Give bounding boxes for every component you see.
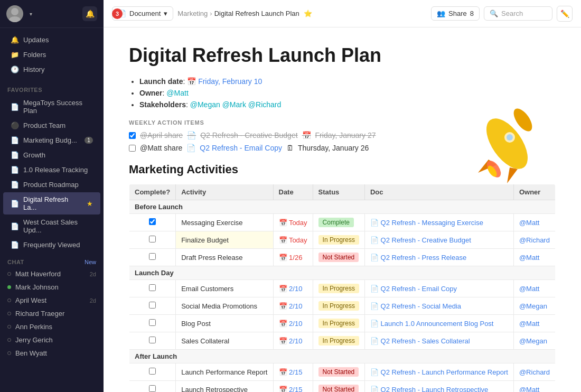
chat-user-april[interactable]: April West 2d [0, 294, 104, 307]
sidebar-item-folders[interactable]: 📁 Folders [3, 48, 100, 62]
action-item-1-checkbox[interactable] [129, 132, 136, 139]
doc-link[interactable]: 📄 Q2 Refresh - Press Release [370, 254, 466, 262]
offline-dot [7, 351, 11, 355]
offline-dot [7, 272, 11, 276]
edit-button[interactable]: ✏️ [557, 6, 573, 22]
sidebar-item-roadmap-label: Product Roadmap [23, 181, 79, 189]
owner-link[interactable]: @Matt [519, 320, 539, 328]
doc-icon: 📄 [11, 166, 19, 174]
notifications-bell[interactable]: 🔔 [82, 6, 97, 21]
sidebar-item-product-team-label: Product Team [23, 122, 65, 129]
sidebar-item-frequently-viewed[interactable]: 📄 Frequently Viewed [3, 238, 100, 252]
col-status: Status [313, 184, 364, 200]
ai2-doc-link[interactable]: Q2 Refresh - Email Copy [200, 144, 282, 152]
sidebar-item-updates[interactable]: 🔔 Updates [3, 33, 100, 47]
doc-link[interactable]: 📄 Q2 Refresh - Email Copy [370, 285, 457, 293]
ai2-part1: @Matt share [140, 144, 182, 152]
row-checkbox[interactable] [149, 253, 156, 260]
sidebar-item-marketing-budg[interactable]: 📄 Marketing Budg... 1 [3, 133, 100, 147]
doc-icon: 📄 [11, 200, 19, 208]
topbar-right: 👥 Share 8 🔍 Search ✏️ [431, 6, 573, 22]
search-box[interactable]: 🔍 Search [484, 6, 552, 21]
owner-value[interactable]: @Matt [166, 89, 188, 97]
doc-icon: 📄 [11, 181, 19, 189]
sidebar-item-west-coast[interactable]: 📄 West Coast Sales Upd... [3, 215, 100, 237]
sidebar-item-west-label: West Coast Sales Upd... [23, 218, 93, 234]
table-row: Email Customers 📅 2/10 In Progress 📄 Q2 … [129, 280, 556, 297]
date-cell: 📅 Today [279, 236, 307, 244]
chat-user-ann[interactable]: Ann Perkins [0, 320, 104, 333]
owner-link[interactable]: @Matt [519, 219, 539, 227]
table-row: Launch Retrospective 📅 2/15 Not Started … [129, 381, 556, 393]
chat-user-ben[interactable]: Ben Wyatt [0, 347, 104, 360]
action-item-2-checkbox[interactable] [129, 145, 136, 152]
topbar-left: 📄 Document ▾ Marketing › Digital Refresh… [112, 6, 312, 21]
chat-section: Chat New Matt Haverford 2d Mark Johnson … [0, 253, 104, 362]
table-row: Blog Post 📅 2/10 In Progress 📄 Launch 1.… [129, 315, 556, 332]
doc-link[interactable]: 📄 Launch 1.0 Announcement Blog Post [370, 320, 494, 328]
owner-link[interactable]: @Megan [519, 337, 547, 345]
chat-new-button[interactable]: New [85, 259, 96, 265]
status-badge: In Progress [318, 284, 359, 293]
launch-date-value[interactable]: Friday, February 10 [198, 77, 262, 86]
chat-user-jerry[interactable]: Jerry Gerich [0, 333, 104, 347]
owner-link[interactable]: @Matt [519, 285, 539, 293]
chat-user-richard[interactable]: Richard Traeger [0, 307, 104, 320]
date-cell: 📅 1/26 [279, 254, 303, 262]
doc-link[interactable]: 📄 Q2 Refresh - Social Media [370, 302, 461, 310]
col-date: Date [273, 184, 313, 200]
row-checkbox[interactable] [149, 236, 156, 242]
action-items-list: @April share 📄 Q2 Refresh - Creative Bud… [129, 131, 556, 152]
sidebar-item-product-team[interactable]: ⚫ Product Team [3, 118, 100, 133]
action-item-2: @Matt share 📄 Q2 Refresh - Email Copy 🗓 … [129, 144, 556, 152]
sidebar-item-megatoys[interactable]: 📄 MegaToys Success Plan [3, 96, 100, 118]
owner-link[interactable]: @Matt [519, 386, 539, 393]
share-button-label: Share [448, 10, 467, 17]
date-cell: 📅 2/10 [279, 320, 303, 328]
sidebar-item-digital-refresh[interactable]: 📄 Digital Refresh La... ★ [3, 192, 100, 214]
chat-user-mark[interactable]: Mark Johnson [0, 281, 104, 294]
status-badge: In Progress [318, 336, 359, 346]
doc-icon: 📄 [186, 144, 195, 152]
breadcrumb-parent[interactable]: Marketing [177, 10, 208, 17]
stakeholders-value[interactable]: @Megan @Mark @Richard [190, 100, 282, 109]
svg-point-0 [11, 8, 18, 15]
share-button[interactable]: 👥 Share 8 [431, 6, 480, 21]
sidebar-item-product-roadmap[interactable]: 📄 Product Roadmap [3, 178, 100, 192]
search-icon: 🔍 [490, 10, 498, 17]
owner-link[interactable]: @Richard [519, 236, 550, 244]
row-checkbox[interactable] [149, 284, 156, 291]
sidebar-item-release-label: 1.0 Release Tracking [23, 166, 88, 174]
doc-link[interactable]: 📄 Q2 Refresh - Messaging Exercise [370, 219, 483, 227]
doc-link[interactable]: 📄 Q2 Refresh - Creative Budget [370, 236, 471, 244]
row-checkbox[interactable] [149, 319, 156, 326]
owner-link[interactable]: @Megan [519, 302, 547, 310]
owner-link[interactable]: @Richard [519, 368, 550, 376]
owner-link[interactable]: @Matt [519, 254, 539, 262]
sidebar-item-release-tracking[interactable]: 📄 1.0 Release Tracking [3, 163, 100, 177]
ai1-doc-link[interactable]: Q2 Refresh - Creative Budget [200, 131, 297, 139]
offline-dot [7, 338, 11, 342]
user-menu[interactable]: ▾ [6, 5, 32, 22]
doc-link[interactable]: 📄 Q2 Refresh - Launch Performance Report [370, 368, 508, 376]
sidebar-item-history[interactable]: 🕐 History [3, 62, 100, 77]
ai2-date: Thursday, January 26 [298, 144, 369, 152]
date-cell: 📅 2/10 [279, 337, 303, 345]
table-row: Social Media Promotions 📅 2/10 In Progre… [129, 297, 556, 315]
row-checkbox[interactable] [149, 337, 156, 343]
doc-link[interactable]: 📄 Q2 Refresh - Sales Collateral [370, 337, 470, 345]
sidebar-item-growth[interactable]: 📄 Growth [3, 148, 100, 162]
doc-link[interactable]: 📄 Q2 Refresh - Launch Retrospective [370, 386, 488, 393]
activity-indicator: 3 [112, 8, 123, 19]
chat-user-matt[interactable]: Matt Haverford 2d [0, 267, 104, 281]
row-checkbox[interactable] [149, 218, 156, 225]
svg-point-1 [9, 16, 21, 22]
breadcrumb: Marketing › Digital Refresh Launch Plan … [177, 10, 312, 17]
row-checkbox[interactable] [149, 302, 156, 309]
row-checkbox[interactable] [149, 385, 156, 392]
row-checkbox[interactable] [149, 368, 156, 375]
search-placeholder: Search [501, 10, 523, 17]
document-button-label: Document [129, 10, 161, 17]
sidebar-item-digital-label: Digital Refresh La... [23, 195, 82, 211]
folders-icon: 📁 [11, 51, 19, 59]
